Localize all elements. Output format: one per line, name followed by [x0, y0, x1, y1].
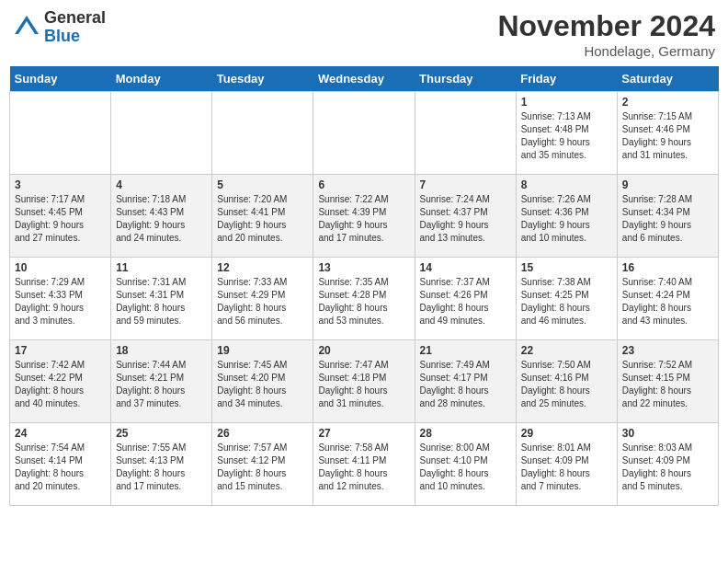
- calendar-cell: 27Sunrise: 7:58 AM Sunset: 4:11 PM Dayli…: [313, 423, 415, 506]
- calendar-cell: 7Sunrise: 7:24 AM Sunset: 4:37 PM Daylig…: [415, 175, 516, 258]
- calendar-cell: 4Sunrise: 7:18 AM Sunset: 4:43 PM Daylig…: [111, 175, 212, 258]
- week-row-2: 3Sunrise: 7:17 AM Sunset: 4:45 PM Daylig…: [10, 175, 719, 258]
- calendar-cell: 23Sunrise: 7:52 AM Sunset: 4:15 PM Dayli…: [617, 340, 718, 423]
- day-info: Sunrise: 7:15 AM Sunset: 4:46 PM Dayligh…: [622, 110, 713, 162]
- title-block: November 2024 Hondelage, Germany: [497, 9, 715, 59]
- calendar-cell: [111, 92, 212, 175]
- day-number: 3: [15, 178, 106, 191]
- location: Hondelage, Germany: [497, 43, 715, 59]
- calendar-cell: 30Sunrise: 8:03 AM Sunset: 4:09 PM Dayli…: [617, 423, 718, 506]
- day-number: 30: [622, 427, 713, 440]
- day-number: 18: [116, 344, 207, 357]
- day-info: Sunrise: 7:38 AM Sunset: 4:25 PM Dayligh…: [521, 276, 612, 327]
- calendar-cell: 29Sunrise: 8:01 AM Sunset: 4:09 PM Dayli…: [516, 423, 617, 506]
- day-info: Sunrise: 7:44 AM Sunset: 4:21 PM Dayligh…: [116, 359, 207, 410]
- day-info: Sunrise: 7:45 AM Sunset: 4:20 PM Dayligh…: [217, 359, 308, 410]
- calendar-cell: 16Sunrise: 7:40 AM Sunset: 4:24 PM Dayli…: [617, 258, 718, 340]
- page-header: General Blue November 2024 Hondelage, Ge…: [9, 9, 719, 59]
- calendar-cell: 18Sunrise: 7:44 AM Sunset: 4:21 PM Dayli…: [111, 340, 212, 423]
- calendar-cell: 6Sunrise: 7:22 AM Sunset: 4:39 PM Daylig…: [313, 175, 415, 258]
- day-number: 24: [15, 427, 106, 440]
- calendar-cell: 10Sunrise: 7:29 AM Sunset: 4:33 PM Dayli…: [10, 258, 111, 340]
- logo: General Blue: [13, 9, 106, 46]
- week-row-3: 10Sunrise: 7:29 AM Sunset: 4:33 PM Dayli…: [10, 258, 719, 340]
- day-info: Sunrise: 7:18 AM Sunset: 4:43 PM Dayligh…: [116, 193, 207, 245]
- day-number: 13: [318, 261, 409, 274]
- day-info: Sunrise: 7:37 AM Sunset: 4:26 PM Dayligh…: [420, 276, 511, 327]
- day-number: 17: [15, 344, 106, 357]
- day-number: 12: [217, 261, 308, 274]
- day-info: Sunrise: 8:00 AM Sunset: 4:10 PM Dayligh…: [420, 442, 511, 493]
- calendar-cell: 25Sunrise: 7:55 AM Sunset: 4:13 PM Dayli…: [111, 423, 212, 506]
- day-info: Sunrise: 8:03 AM Sunset: 4:09 PM Dayligh…: [622, 442, 713, 493]
- day-number: 10: [15, 261, 106, 274]
- calendar-cell: 13Sunrise: 7:35 AM Sunset: 4:28 PM Dayli…: [313, 258, 415, 340]
- day-number: 8: [521, 178, 612, 191]
- calendar-cell: 17Sunrise: 7:42 AM Sunset: 4:22 PM Dayli…: [10, 340, 111, 423]
- weekday-header-wednesday: Wednesday: [313, 66, 415, 92]
- logo-blue: Blue: [44, 28, 106, 46]
- day-number: 14: [420, 261, 511, 274]
- month-title: November 2024: [497, 9, 715, 43]
- day-info: Sunrise: 7:50 AM Sunset: 4:16 PM Dayligh…: [521, 359, 612, 410]
- day-number: 6: [318, 178, 409, 191]
- day-number: 28: [420, 427, 511, 440]
- day-info: Sunrise: 7:40 AM Sunset: 4:24 PM Dayligh…: [622, 276, 713, 327]
- calendar-cell: 14Sunrise: 7:37 AM Sunset: 4:26 PM Dayli…: [415, 258, 516, 340]
- calendar-cell: 15Sunrise: 7:38 AM Sunset: 4:25 PM Dayli…: [516, 258, 617, 340]
- day-number: 16: [622, 261, 713, 274]
- calendar-cell: 20Sunrise: 7:47 AM Sunset: 4:18 PM Dayli…: [313, 340, 415, 423]
- day-info: Sunrise: 7:47 AM Sunset: 4:18 PM Dayligh…: [318, 359, 409, 410]
- day-number: 22: [521, 344, 612, 357]
- week-row-4: 17Sunrise: 7:42 AM Sunset: 4:22 PM Dayli…: [10, 340, 719, 423]
- weekday-header-saturday: Saturday: [617, 66, 718, 92]
- day-info: Sunrise: 7:33 AM Sunset: 4:29 PM Dayligh…: [217, 276, 308, 327]
- calendar-cell: 28Sunrise: 8:00 AM Sunset: 4:10 PM Dayli…: [415, 423, 516, 506]
- calendar-cell: 11Sunrise: 7:31 AM Sunset: 4:31 PM Dayli…: [111, 258, 212, 340]
- weekday-header-monday: Monday: [111, 66, 212, 92]
- day-info: Sunrise: 7:58 AM Sunset: 4:11 PM Dayligh…: [318, 442, 409, 493]
- day-info: Sunrise: 7:29 AM Sunset: 4:33 PM Dayligh…: [15, 276, 106, 327]
- day-number: 9: [622, 178, 713, 191]
- day-info: Sunrise: 7:13 AM Sunset: 4:48 PM Dayligh…: [521, 110, 612, 162]
- calendar-cell: [212, 92, 313, 175]
- calendar-cell: 2Sunrise: 7:15 AM Sunset: 4:46 PM Daylig…: [617, 92, 718, 175]
- calendar-cell: 21Sunrise: 7:49 AM Sunset: 4:17 PM Dayli…: [415, 340, 516, 423]
- calendar-cell: 9Sunrise: 7:28 AM Sunset: 4:34 PM Daylig…: [617, 175, 718, 258]
- day-number: 2: [622, 96, 713, 109]
- day-info: Sunrise: 7:49 AM Sunset: 4:17 PM Dayligh…: [420, 359, 511, 410]
- calendar-table: SundayMondayTuesdayWednesdayThursdayFrid…: [9, 66, 719, 506]
- calendar-cell: 26Sunrise: 7:57 AM Sunset: 4:12 PM Dayli…: [212, 423, 313, 506]
- calendar-cell: 1Sunrise: 7:13 AM Sunset: 4:48 PM Daylig…: [516, 92, 617, 175]
- logo-text: General Blue: [44, 9, 106, 46]
- logo-icon: [13, 14, 40, 41]
- calendar-cell: 12Sunrise: 7:33 AM Sunset: 4:29 PM Dayli…: [212, 258, 313, 340]
- week-row-5: 24Sunrise: 7:54 AM Sunset: 4:14 PM Dayli…: [10, 423, 719, 506]
- day-number: 15: [521, 261, 612, 274]
- weekday-header-friday: Friday: [516, 66, 617, 92]
- day-info: Sunrise: 7:20 AM Sunset: 4:41 PM Dayligh…: [217, 193, 308, 245]
- day-info: Sunrise: 7:24 AM Sunset: 4:37 PM Dayligh…: [420, 193, 511, 245]
- day-info: Sunrise: 7:57 AM Sunset: 4:12 PM Dayligh…: [217, 442, 308, 493]
- day-info: Sunrise: 7:52 AM Sunset: 4:15 PM Dayligh…: [622, 359, 713, 410]
- day-number: 5: [217, 178, 308, 191]
- day-info: Sunrise: 7:31 AM Sunset: 4:31 PM Dayligh…: [116, 276, 207, 327]
- day-number: 20: [318, 344, 409, 357]
- calendar-cell: [415, 92, 516, 175]
- day-info: Sunrise: 7:54 AM Sunset: 4:14 PM Dayligh…: [15, 442, 106, 493]
- day-info: Sunrise: 7:35 AM Sunset: 4:28 PM Dayligh…: [318, 276, 409, 327]
- day-number: 11: [116, 261, 207, 274]
- weekday-header-sunday: Sunday: [10, 66, 111, 92]
- weekday-header-tuesday: Tuesday: [212, 66, 313, 92]
- weekday-header-thursday: Thursday: [415, 66, 516, 92]
- calendar-cell: 8Sunrise: 7:26 AM Sunset: 4:36 PM Daylig…: [516, 175, 617, 258]
- day-number: 29: [521, 427, 612, 440]
- day-number: 7: [420, 178, 511, 191]
- calendar-cell: 19Sunrise: 7:45 AM Sunset: 4:20 PM Dayli…: [212, 340, 313, 423]
- day-info: Sunrise: 7:28 AM Sunset: 4:34 PM Dayligh…: [622, 193, 713, 245]
- weekday-header-row: SundayMondayTuesdayWednesdayThursdayFrid…: [10, 66, 719, 92]
- calendar-cell: 22Sunrise: 7:50 AM Sunset: 4:16 PM Dayli…: [516, 340, 617, 423]
- day-info: Sunrise: 7:42 AM Sunset: 4:22 PM Dayligh…: [15, 359, 106, 410]
- day-number: 19: [217, 344, 308, 357]
- day-number: 25: [116, 427, 207, 440]
